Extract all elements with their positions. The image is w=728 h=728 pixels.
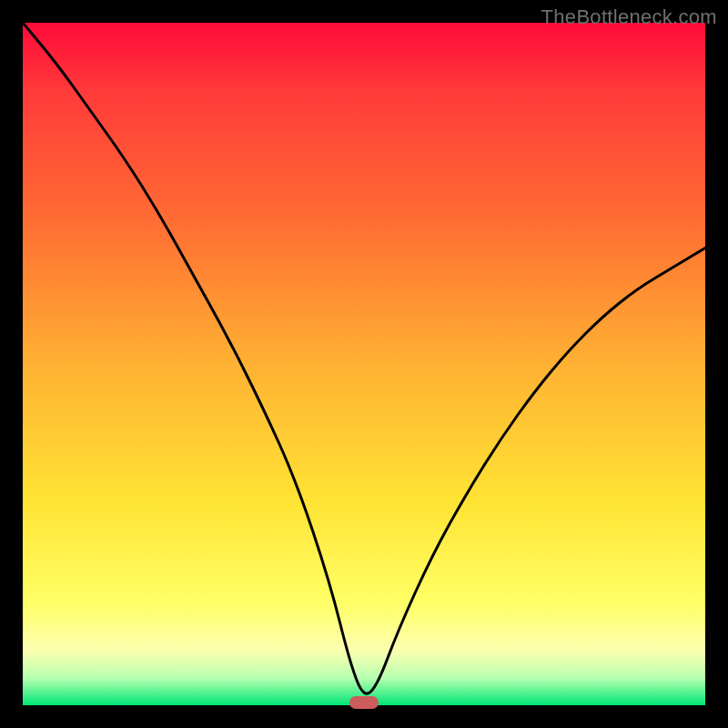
curve-layer xyxy=(23,23,705,705)
bottleneck-curve xyxy=(23,23,705,693)
optimal-point-marker xyxy=(349,696,379,709)
plot-area xyxy=(23,23,705,705)
watermark-text: TheBottleneck.com xyxy=(541,5,717,29)
chart-frame: TheBottleneck.com xyxy=(0,0,728,728)
